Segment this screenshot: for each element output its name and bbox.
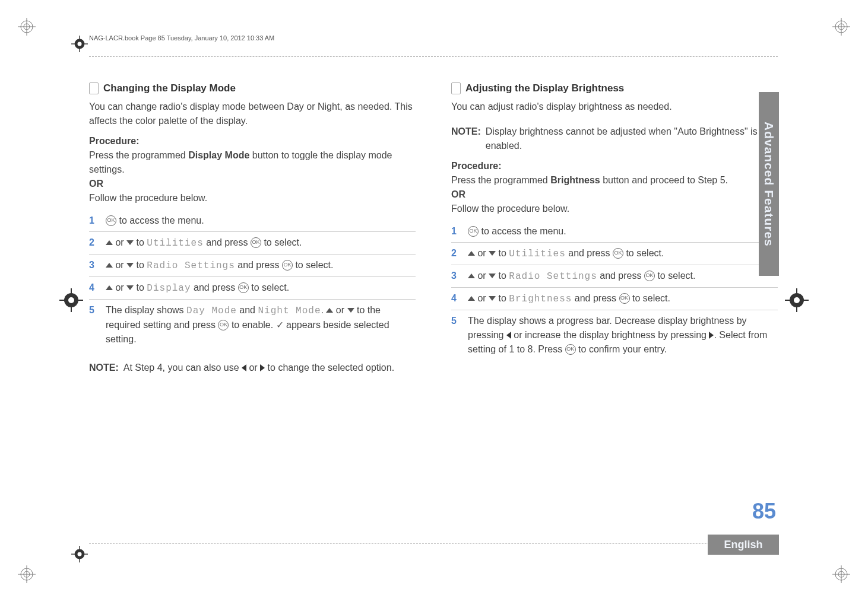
svg-point-19 [68,297,74,303]
registration-mark-icon [832,18,850,36]
right-arrow-icon [260,364,265,371]
down-arrow-icon [126,263,134,268]
svg-point-23 [794,297,800,303]
page-content: Changing the Display Mode You can change… [89,56,778,544]
registration-mark-icon [18,18,36,36]
step-item: or to Utilities and press OK to select. [451,243,778,265]
procedure-label: Procedure: [89,134,416,148]
procedure-text: Press the programmed Display Mode button… [89,148,416,177]
page-header-info: NAG-LACR.book Page 85 Tuesday, January 1… [89,34,274,42]
right-column: Adjusting the Display Brightness You can… [451,81,778,375]
up-arrow-icon [468,274,475,278]
down-arrow-icon [489,251,496,256]
step-item: or to Display and press OK to select. [89,277,416,300]
up-arrow-icon [468,296,475,301]
down-arrow-icon [489,296,496,301]
left-arrow-icon [506,332,511,339]
crosshair-icon [71,36,88,52]
note-label: NOTE: [451,125,481,153]
step-item: or to Brightness and press OK to select. [451,288,778,310]
intro-text: You can adjust radio's display brightnes… [451,100,778,114]
up-arrow-icon [106,263,113,268]
down-arrow-icon [126,240,134,245]
crosshair-icon [71,546,88,562]
ok-button-icon: OK [282,260,293,271]
step-item: The display shows a progress bar. Decrea… [451,310,778,360]
or-label: OR [451,187,778,202]
side-tab: Advanced Features [759,92,779,276]
up-arrow-icon [106,240,113,245]
registration-mark-icon [832,565,850,583]
section-heading: Changing the Display Mode [89,81,416,96]
document-icon [451,82,461,94]
down-arrow-icon [489,274,496,278]
note-text: Display brightness cannot be adjusted wh… [486,125,778,153]
ok-button-icon: OK [106,215,116,226]
note-block: NOTE: At Step 4, you can also use or to … [89,361,416,375]
crosshair-icon [59,288,83,312]
ok-button-icon: OK [619,293,630,304]
intro-text: You can change radio's display mode betw… [89,100,416,128]
left-column: Changing the Display Mode You can change… [89,81,416,375]
left-arrow-icon [242,364,246,371]
ok-button-icon: OK [613,248,623,259]
step-item: or to Radio Settings and press OK to sel… [451,265,778,288]
down-arrow-icon [126,285,134,290]
heading-text: Adjusting the Display Brightness [465,81,624,96]
ok-button-icon: OK [565,344,576,355]
page-number: 85 [752,499,776,524]
step-item: or to Utilities and press OK to select. [89,232,416,255]
step-item: or to Radio Settings and press OK to sel… [89,255,416,277]
steps-list: OK to access the menu. or to Utilities a… [451,221,778,360]
language-badge: English [708,535,779,555]
crosshair-icon [785,288,809,312]
ok-button-icon: OK [238,282,249,293]
procedure-label: Procedure: [451,159,778,173]
step-item: OK to access the menu. [451,221,778,243]
svg-point-31 [78,552,82,557]
steps-list: OK to access the menu. or to Utilities a… [89,210,416,350]
step-item: The display shows Day Mode and Night Mod… [89,300,416,350]
procedure-alt-text: Follow the procedure below. [451,202,778,216]
note-block: NOTE: Display brightness cannot be adjus… [451,125,778,153]
ok-button-icon: OK [644,271,655,281]
procedure-alt-text: Follow the procedure below. [89,191,416,205]
svg-point-27 [78,42,82,46]
section-heading: Adjusting the Display Brightness [451,81,778,96]
note-text: At Step 4, you can also use or to change… [123,361,394,375]
registration-mark-icon [18,565,36,583]
procedure-text: Press the programmed Brightness button a… [451,173,778,187]
heading-text: Changing the Display Mode [103,81,236,96]
ok-button-icon: OK [468,226,479,237]
or-label: OR [89,177,416,191]
up-arrow-icon [468,251,475,256]
step-item: OK to access the menu. [89,210,416,232]
ok-button-icon: OK [218,320,229,330]
note-label: NOTE: [89,361,119,375]
down-arrow-icon [347,308,354,313]
checkmark-icon: ✓ [276,320,284,330]
document-icon [89,82,99,94]
up-arrow-icon [106,285,113,290]
ok-button-icon: OK [251,237,261,248]
up-arrow-icon [326,308,333,313]
